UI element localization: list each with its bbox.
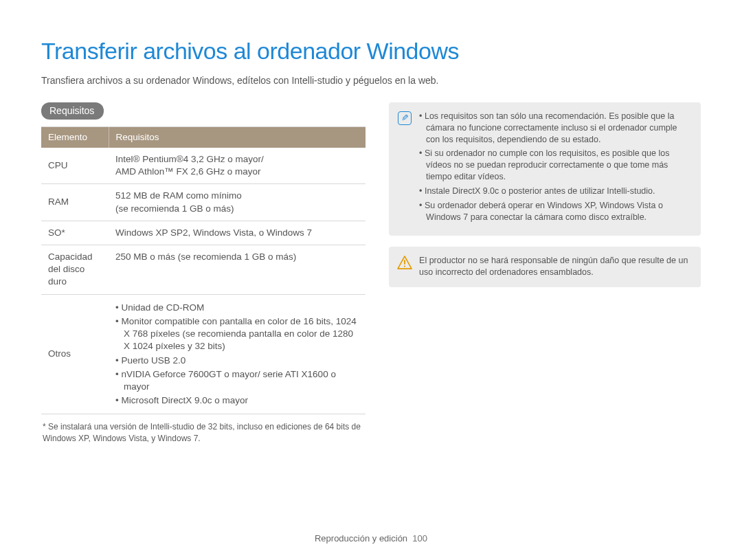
cell-others-value: Unidad de CD-ROM Monitor compatible con …: [109, 294, 366, 414]
ram-line1: 512 MB de RAM como mínimo: [115, 190, 242, 201]
footer-page-number: 100: [412, 533, 427, 544]
table-row: SO* Windows XP SP2, Windows Vista, o Win…: [41, 221, 366, 245]
cell-ram-label: RAM: [41, 184, 109, 221]
footnote: * Se instalará una versión de Intelli-st…: [41, 421, 366, 443]
th-element: Elemento: [41, 126, 109, 148]
cell-cpu-value: Intel® Pentium®4 3,2 GHz o mayor/ AMD At…: [109, 148, 366, 184]
info-icon: [397, 111, 412, 126]
right-column: Los requisitos son tan sólo una recomend…: [389, 102, 701, 299]
cell-cpu-label: CPU: [41, 148, 109, 184]
table-row: RAM 512 MB de RAM como mínimo (se recomi…: [41, 184, 366, 221]
cell-disk-label: Capacidad del disco duro: [41, 245, 109, 294]
cell-disk-value: 250 MB o más (se recomienda 1 GB o más): [109, 245, 366, 294]
table-row: Otros Unidad de CD-ROM Monitor compatibl…: [41, 294, 366, 414]
footer-section: Reproducción y edición: [315, 533, 407, 544]
info-item: Su ordenador deberá operar en Windows XP…: [419, 200, 691, 223]
page-title: Transferir archivos al ordenador Windows: [41, 36, 701, 67]
ram-line2: (se recomienda 1 GB o más): [115, 203, 234, 214]
others-item: nVIDIA Geforce 7600GT o mayor/ serie ATI…: [115, 368, 359, 393]
info-list: Los requisitos son tan sólo una recomend…: [419, 111, 691, 226]
left-column: Requisitos Elemento Requisitos CPU Intel…: [41, 102, 366, 444]
content-columns: Requisitos Elemento Requisitos CPU Intel…: [41, 102, 701, 444]
info-callout: Los requisitos son tan sólo una recomend…: [389, 102, 701, 236]
cell-so-value: Windows XP SP2, Windows Vista, o Windows…: [109, 221, 366, 245]
table-row: CPU Intel® Pentium®4 3,2 GHz o mayor/ AM…: [41, 148, 366, 184]
cell-others-label: Otros: [41, 294, 109, 414]
info-item: Los requisitos son tan sólo una recomend…: [419, 111, 691, 146]
cell-ram-value: 512 MB de RAM como mínimo (se recomienda…: [109, 184, 366, 221]
info-item: Instale DirectX 9.0c o posterior antes d…: [419, 186, 691, 197]
requirements-table: Elemento Requisitos CPU Intel® Pentium®4…: [41, 126, 366, 415]
others-item: Puerto USB 2.0: [115, 355, 359, 367]
warning-callout: El productor no se hará responsable de n…: [389, 247, 701, 288]
warning-text: El productor no se hará responsable de n…: [419, 255, 691, 278]
page-footer: Reproducción y edición 100: [0, 533, 742, 545]
cell-so-label: SO*: [41, 221, 109, 245]
info-item: Si su ordenador no cumple con los requis…: [419, 148, 691, 183]
th-requirements: Requisitos: [109, 126, 366, 148]
warning-icon: [397, 255, 412, 270]
others-item: Monitor compatible con pantalla en color…: [115, 315, 359, 353]
others-item: Microsoft DirectX 9.0c o mayor: [115, 394, 359, 407]
svg-rect-1: [404, 265, 405, 267]
table-row: Capacidad del disco duro 250 MB o más (s…: [41, 245, 366, 294]
cpu-line2: AMD Athlon™ FX 2,6 GHz o mayor: [115, 166, 261, 177]
section-heading-badge: Requisitos: [41, 102, 104, 120]
cpu-line1: Intel® Pentium®4 3,2 GHz o mayor/: [115, 154, 264, 164]
others-item: Unidad de CD-ROM: [115, 302, 359, 314]
svg-rect-0: [404, 260, 405, 264]
intro-text: Transfiera archivos a su ordenador Windo…: [41, 74, 701, 87]
